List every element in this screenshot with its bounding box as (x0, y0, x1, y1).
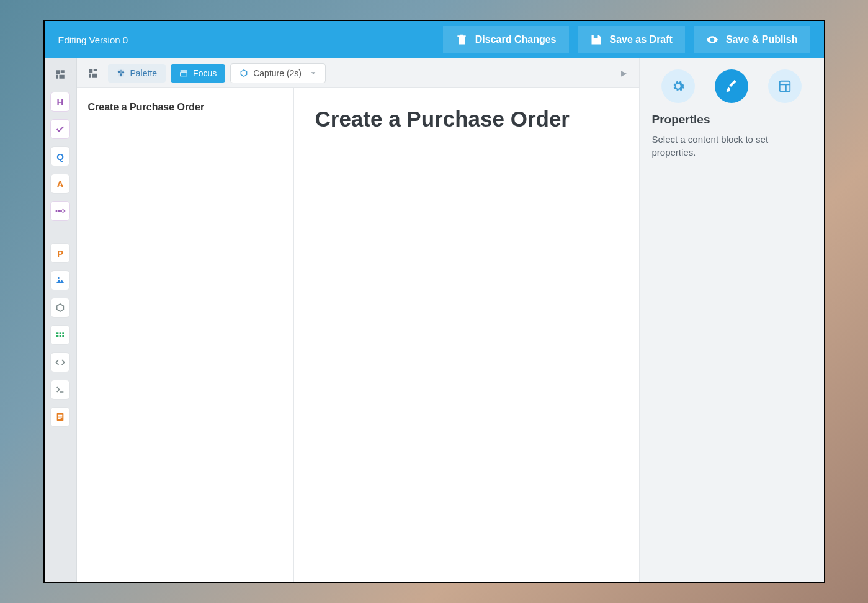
collapse-right-icon[interactable]: ▶ (615, 69, 633, 78)
palette-button[interactable]: Palette (108, 64, 166, 83)
svg-rect-9 (60, 332, 61, 334)
save-publish-button[interactable]: Save & Publish (694, 26, 810, 53)
answer-tool[interactable]: A (50, 174, 70, 194)
focus-icon (179, 69, 188, 78)
properties-heading: Properties (652, 113, 812, 127)
sliders-icon (117, 69, 125, 78)
svg-rect-27 (779, 81, 790, 92)
svg-rect-12 (60, 335, 61, 337)
topbar: Editing Version 0 Discard Changes Save a… (45, 21, 824, 58)
svg-rect-20 (89, 73, 91, 77)
brush-icon (725, 79, 738, 93)
save-icon (590, 34, 602, 46)
outline-panel: Create a Purchase Order (77, 88, 294, 582)
chevron-down-icon (310, 70, 316, 76)
capture-label: Capture (2s) (253, 68, 302, 78)
canvas-panel[interactable]: Create a Purchase Order (294, 88, 639, 582)
svg-point-24 (122, 71, 123, 73)
continue-tool[interactable] (50, 201, 70, 221)
svg-point-6 (61, 210, 62, 212)
properties-panel: Properties Select a content block to set… (639, 58, 824, 582)
settings-tab[interactable] (661, 69, 695, 103)
svg-rect-19 (93, 69, 97, 71)
save-publish-label: Save & Publish (726, 34, 798, 45)
svg-point-7 (58, 277, 60, 279)
svg-rect-18 (89, 69, 92, 73)
svg-rect-16 (58, 416, 63, 417)
svg-rect-3 (60, 75, 65, 79)
shape-tool[interactable] (50, 298, 70, 318)
layout-icon (778, 79, 792, 93)
tool-sidebar: H Q A P (45, 58, 77, 582)
svg-rect-17 (58, 418, 61, 419)
svg-rect-25 (181, 70, 187, 71)
svg-rect-10 (62, 332, 64, 334)
eye-icon (706, 34, 718, 46)
svg-rect-21 (92, 73, 97, 77)
svg-point-4 (56, 210, 57, 212)
content-area: H Q A P (45, 58, 824, 582)
svg-point-22 (118, 71, 119, 72)
svg-rect-13 (62, 335, 64, 337)
middle-column: Palette Focus Capture (2s) ▶ Create a Pu… (77, 58, 639, 582)
focus-label: Focus (193, 68, 217, 78)
capture-button[interactable]: Capture (2s) (230, 63, 326, 83)
save-draft-button[interactable]: Save as Draft (578, 26, 685, 53)
svg-rect-1 (61, 70, 65, 73)
paragraph-tool[interactable]: P (50, 243, 70, 263)
app-window: Editing Version 0 Discard Changes Save a… (43, 20, 825, 583)
svg-rect-2 (56, 75, 58, 79)
table-tool[interactable] (50, 325, 70, 345)
trash-icon (455, 34, 468, 46)
svg-rect-8 (56, 332, 58, 334)
question-tool[interactable]: Q (50, 146, 70, 166)
layout-tab[interactable] (768, 69, 802, 103)
editor-toolbar: Palette Focus Capture (2s) ▶ (77, 58, 639, 88)
terminal-tool[interactable] (50, 380, 70, 400)
check-tool[interactable] (50, 119, 70, 139)
dashboard-tool-icon[interactable] (50, 65, 70, 84)
svg-rect-15 (58, 415, 63, 416)
image-tool[interactable] (50, 270, 70, 290)
style-tab[interactable] (715, 69, 748, 103)
gear-icon (671, 79, 685, 93)
svg-rect-26 (181, 72, 187, 76)
palette-label: Palette (130, 68, 158, 78)
svg-rect-0 (56, 70, 60, 74)
editor-row: Create a Purchase Order Create a Purchas… (77, 88, 639, 582)
svg-rect-11 (56, 335, 58, 337)
svg-point-23 (120, 74, 121, 75)
save-draft-label: Save as Draft (610, 34, 673, 45)
focus-button[interactable]: Focus (171, 64, 225, 83)
discard-changes-button[interactable]: Discard Changes (443, 26, 569, 53)
document-tool[interactable] (50, 407, 70, 427)
code-tool[interactable] (50, 352, 70, 372)
canvas-heading[interactable]: Create a Purchase Order (315, 107, 618, 132)
outline-item-title[interactable]: Create a Purchase Order (88, 102, 282, 113)
editing-version-label: Editing Version 0 (58, 35, 128, 45)
properties-tabs (652, 69, 812, 103)
capture-icon (239, 69, 248, 78)
discard-changes-label: Discard Changes (475, 34, 557, 45)
properties-empty-text: Select a content block to set properties… (652, 133, 812, 159)
svg-point-5 (58, 210, 60, 212)
heading-tool[interactable]: H (50, 92, 70, 112)
grid-view-button[interactable] (83, 63, 103, 83)
